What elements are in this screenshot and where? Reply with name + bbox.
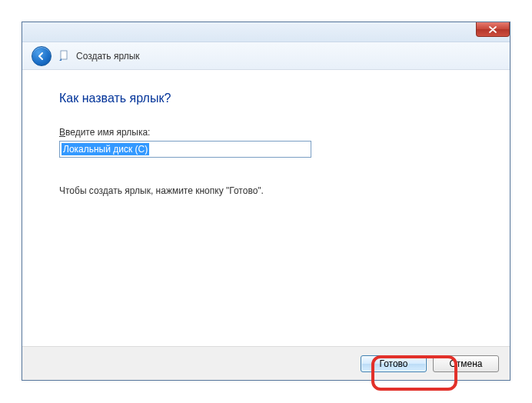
titlebar: [22, 22, 510, 42]
footer: Готово Отмена: [22, 346, 510, 380]
header: Создать ярлык: [22, 42, 510, 70]
page-heading: Как назвать ярлык?: [59, 92, 473, 105]
back-arrow-icon: [36, 51, 47, 62]
input-selected-text: Локальный диск (C): [62, 143, 149, 155]
svg-rect-0: [61, 51, 67, 59]
shortcut-name-input[interactable]: Локальный диск (C): [59, 141, 311, 158]
close-button[interactable]: [476, 22, 510, 37]
content-area: Как назвать ярлык? Введите имя ярлыка: Л…: [22, 70, 510, 196]
header-title: Создать ярлык: [76, 51, 140, 62]
cancel-button[interactable]: Отмена: [433, 355, 499, 372]
close-icon: [489, 26, 497, 33]
back-button[interactable]: [32, 46, 52, 66]
instruction-text: Чтобы создать ярлык, нажмите кнопку "Гот…: [59, 185, 473, 196]
wizard-window: Создать ярлык Как назвать ярлык? Введите…: [22, 22, 510, 381]
shortcut-icon: [59, 50, 68, 62]
finish-button[interactable]: Готово: [361, 355, 427, 372]
input-label: Введите имя ярлыка:: [59, 127, 473, 138]
